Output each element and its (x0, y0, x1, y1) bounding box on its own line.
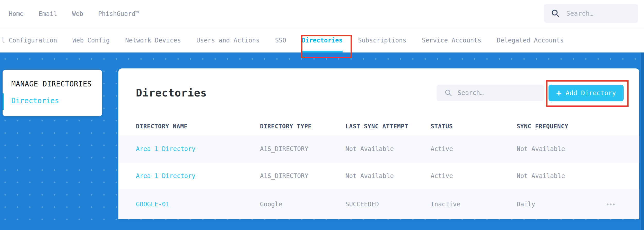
status-cell: Active (431, 145, 517, 153)
column-header-sync-frequency: SYNC FREQUENCY (517, 123, 622, 130)
search-placeholder: Search… (566, 10, 593, 17)
add-directory-label: Add Directory (565, 89, 616, 97)
global-search-input[interactable]: Search… (544, 4, 638, 23)
nav-item-phishguard[interactable]: PhishGuard™ (98, 10, 139, 17)
tab-directories[interactable]: Directories (302, 28, 343, 52)
nav-item-email[interactable]: Email (39, 10, 57, 17)
page-title: Directories (136, 87, 207, 99)
last-sync-attempt-cell: Not Available (345, 172, 431, 180)
tab-web-config[interactable]: Web Config (73, 28, 110, 52)
tab-subscriptions[interactable]: Subscriptions (358, 28, 406, 52)
status-cell: Active (431, 172, 517, 180)
column-header-directory-type: DIRECTORY TYPE (260, 123, 345, 130)
directory-name-link[interactable]: Area 1 Directory (136, 172, 260, 180)
nav-item-home[interactable]: Home (9, 10, 24, 17)
nav-item-web[interactable]: Web (72, 10, 83, 17)
status-cell: Inactive (431, 201, 517, 208)
sidebar-heading: MANAGE DIRECTORIES (11, 79, 102, 89)
column-header-status: STATUS (431, 123, 517, 130)
top-navigation-bar: Home Email Web PhishGuard™ Search… (0, 0, 644, 28)
plus-icon: + (556, 89, 561, 97)
panel-header: Directories Search… + Add Directory (118, 68, 639, 117)
sync-frequency-cell: Not Available (517, 145, 565, 153)
directories-search-input[interactable]: Search… (437, 85, 544, 101)
table-row: GOOGLE-01 Google SUCCEEDED Inactive Dail… (118, 189, 639, 219)
manage-directories-sidebar: MANAGE DIRECTORIES Directories (3, 70, 102, 116)
last-sync-attempt-cell: SUCCEEDED (345, 201, 431, 208)
tab-service-accounts[interactable]: Service Accounts (422, 28, 481, 52)
sidebar-item-directories[interactable]: Directories (11, 96, 102, 105)
settings-tab-bar: l Configuration Web Config Network Devic… (0, 28, 644, 52)
directory-type-cell: A1S_DIRECTORY (260, 145, 345, 153)
directories-panel: Directories Search… + Add Directory DIRE… (118, 68, 639, 219)
directory-name-link[interactable]: GOOGLE-01 (136, 201, 260, 208)
column-header-directory-name: DIRECTORY NAME (136, 123, 260, 130)
sync-frequency-cell: Daily (517, 201, 535, 208)
table-header-row: DIRECTORY NAME DIRECTORY TYPE LAST SYNC … (118, 117, 639, 135)
page-background: MANAGE DIRECTORIES Directories Directori… (0, 52, 644, 230)
table-row: Area 1 Directory A1S_DIRECTORY Not Avail… (118, 135, 639, 162)
search-icon (551, 9, 560, 18)
sync-frequency-cell: Not Available (517, 172, 565, 180)
tab-delegated-accounts[interactable]: Delegated Accounts (497, 28, 564, 52)
tab-network-devices[interactable]: Network Devices (125, 28, 181, 52)
scrollbar[interactable] (641, 52, 644, 230)
add-directory-button[interactable]: + Add Directory (549, 85, 624, 101)
search-icon (444, 89, 452, 97)
directory-name-link[interactable]: Area 1 Directory (136, 145, 260, 153)
table-row: Area 1 Directory A1S_DIRECTORY Not Avail… (118, 162, 639, 189)
search-placeholder: Search… (458, 89, 484, 96)
tab-sso[interactable]: SSO (275, 28, 286, 52)
row-more-options-icon[interactable] (607, 204, 615, 205)
tab-email-configuration[interactable]: l Configuration (1, 28, 57, 52)
last-sync-attempt-cell: Not Available (345, 145, 431, 153)
tab-users-and-actions[interactable]: Users and Actions (196, 28, 260, 52)
directory-type-cell: A1S_DIRECTORY (260, 172, 345, 180)
sidebar-active-indicator (3, 93, 4, 110)
directory-type-cell: Google (260, 201, 345, 208)
column-header-last-sync-attempt: LAST SYNC ATTEMPT (345, 123, 431, 130)
